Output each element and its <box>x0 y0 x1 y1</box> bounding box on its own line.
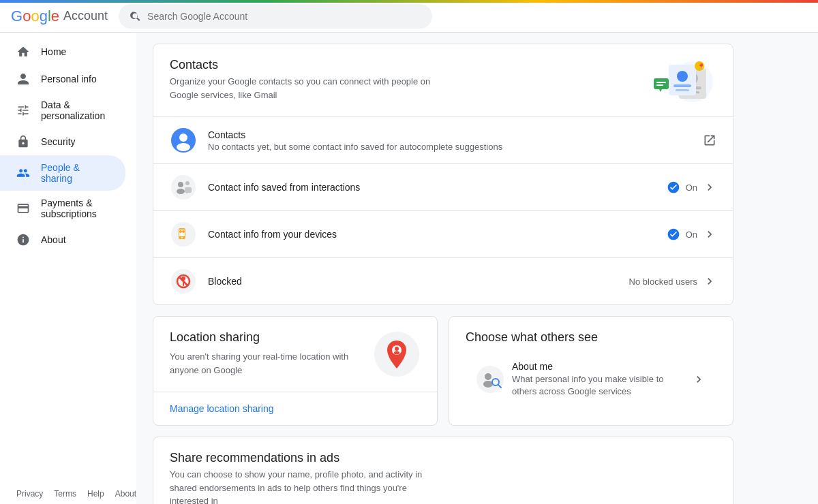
about-me-description: What personal info you make visible to o… <box>512 374 664 396</box>
location-illustration <box>373 330 421 378</box>
svg-point-37 <box>394 351 399 355</box>
svg-point-17 <box>177 143 190 151</box>
contacts-illustration-svg: 📍 <box>641 58 716 106</box>
sidebar-label-payments: Payments & subscriptions <box>41 198 109 219</box>
location-description: You aren't sharing your real-time locati… <box>170 350 373 377</box>
logo: Google Account <box>11 7 108 25</box>
external-link-icon <box>703 133 716 147</box>
location-card-header: Location sharing You aren't sharing your… <box>170 330 421 378</box>
contact-devices-status: On <box>686 230 697 240</box>
location-sharing-card: Location sharing You aren't sharing your… <box>153 316 438 426</box>
sidebar-item-people-sharing[interactable]: People & sharing <box>0 155 125 191</box>
share-recommendations-card: Share recommendations in ads You can cho… <box>153 437 733 504</box>
svg-point-21 <box>185 181 190 185</box>
sidebar-item-about[interactable]: About <box>0 226 125 253</box>
search-input[interactable] <box>147 11 421 22</box>
blocked-status: No blocked users <box>629 277 697 287</box>
footer-terms[interactable]: Terms <box>54 489 76 499</box>
sidebar-item-payments[interactable]: Payments & subscriptions <box>0 191 125 226</box>
contact-interactions-icon <box>170 174 197 201</box>
about-me-title: About me <box>512 361 684 372</box>
contact-interactions-title: Contact info saved from interactions <box>208 182 656 193</box>
svg-point-19 <box>178 182 183 187</box>
share-recommendations-header: Share recommendations in ads You can cho… <box>153 437 733 504</box>
sidebar-item-data-personalization[interactable]: Data & personalization <box>0 93 125 128</box>
sidebar-item-personal-info[interactable]: Personal info <box>0 65 125 93</box>
share-recommendations-description: You can choose to show your name, profil… <box>170 468 442 504</box>
contact-devices-item[interactable]: Contact info from your devices On <box>153 210 733 257</box>
check-circle-icon-2 <box>667 227 680 241</box>
location-title: Location sharing <box>170 330 373 345</box>
sidebar-item-home[interactable]: Home <box>0 38 125 65</box>
svg-rect-8 <box>676 89 689 91</box>
choose-title: Choose what others see <box>466 330 716 345</box>
footer: Privacy Terms Help About <box>0 484 153 504</box>
contact-interactions-status: On <box>686 183 697 193</box>
credit-card-icon <box>16 202 30 215</box>
svg-point-20 <box>177 189 185 194</box>
sidebar-label-people: People & sharing <box>41 162 109 184</box>
contacts-illustration: 📍 <box>641 58 716 106</box>
footer-help[interactable]: Help <box>87 489 104 499</box>
svg-point-28 <box>179 230 182 233</box>
location-card-body: Location sharing You aren't sharing your… <box>153 317 437 392</box>
share-recommendations-title: Share recommendations in ads <box>170 451 442 465</box>
contacts-title: Contacts <box>170 58 442 72</box>
sidebar-label-home: Home <box>41 46 66 57</box>
people-icon <box>16 166 30 180</box>
svg-point-18 <box>171 175 196 200</box>
contacts-description: Organize your Google contacts so you can… <box>170 75 442 101</box>
info-icon <box>16 233 30 247</box>
svg-rect-14 <box>656 84 663 86</box>
sidebar-label-security: Security <box>41 136 76 147</box>
svg-point-27 <box>181 237 183 238</box>
topbar: Google Account <box>0 0 818 33</box>
chevron-right-icon-3 <box>703 274 716 288</box>
chevron-right-icon-2 <box>703 227 716 241</box>
top-stripe <box>0 0 818 3</box>
main-content: Contacts Organize your Google contacts s… <box>136 33 750 504</box>
contacts-item-icon <box>170 127 197 154</box>
account-label: Account <box>63 9 108 23</box>
footer-privacy[interactable]: Privacy <box>16 489 43 499</box>
about-me-icon <box>476 366 504 393</box>
manage-location-link[interactable]: Manage location sharing <box>153 392 437 425</box>
blocked-icon <box>170 268 197 295</box>
svg-marker-12 <box>659 89 662 92</box>
person-icon <box>16 72 30 86</box>
svg-rect-7 <box>673 84 691 87</box>
svg-point-36 <box>395 347 399 351</box>
contact-devices-title: Contact info from your devices <box>208 229 656 240</box>
about-me-text: About me What personal info you make vis… <box>512 361 684 398</box>
tune-icon <box>16 104 30 117</box>
google-logo: Google <box>11 7 59 25</box>
svg-point-29 <box>182 230 185 233</box>
svg-point-6 <box>677 71 688 82</box>
svg-point-40 <box>483 381 493 388</box>
contacts-item-desc: No contacts yet, but some contact info s… <box>208 142 692 152</box>
footer-about[interactable]: About <box>115 489 136 499</box>
chevron-right-icon <box>703 180 716 194</box>
search-bar[interactable] <box>119 4 432 29</box>
sidebar-item-security[interactable]: Security <box>0 128 125 155</box>
contacts-item-title: Contacts <box>208 129 692 140</box>
svg-point-39 <box>485 373 491 380</box>
blocked-item[interactable]: Blocked No blocked users <box>153 257 733 304</box>
blocked-right: No blocked users <box>629 274 716 288</box>
sidebar-label-data: Data & personalization <box>41 99 109 121</box>
lock-icon <box>16 135 30 148</box>
sidebar: Home Personal info Data & personalizatio… <box>0 33 136 504</box>
choose-others-card: Choose what others see <box>449 316 733 426</box>
contact-interactions-content: Contact info saved from interactions <box>208 182 656 193</box>
contacts-header-text: Contacts Organize your Google contacts s… <box>170 58 442 101</box>
contact-devices-icon <box>170 221 197 248</box>
contact-devices-right: On <box>667 227 716 241</box>
contact-info-interactions-item[interactable]: Contact info saved from interactions On <box>153 163 733 210</box>
contacts-list-item[interactable]: Contacts No contacts yet, but some conta… <box>153 116 733 163</box>
about-me-item[interactable]: About me What personal info you make vis… <box>466 353 716 406</box>
layout: Home Personal info Data & personalizatio… <box>0 33 818 504</box>
contacts-item-content: Contacts No contacts yet, but some conta… <box>208 129 692 152</box>
contacts-card: Contacts Organize your Google contacts s… <box>153 44 733 305</box>
choose-card-body: Choose what others see <box>449 317 733 420</box>
svg-rect-13 <box>656 82 666 83</box>
